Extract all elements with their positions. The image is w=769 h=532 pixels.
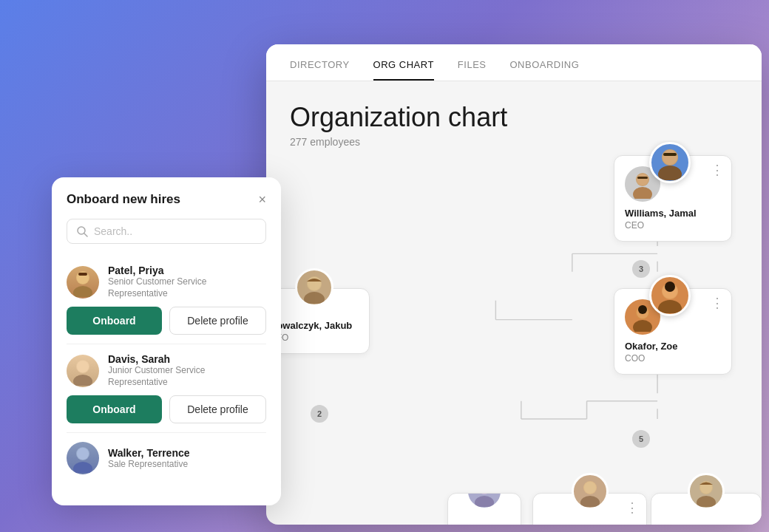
svg-point-43 [73,286,92,297]
ceo-name: Williams, Jamal [625,208,719,219]
delete-button-patel[interactable]: Delete profile [169,307,266,335]
delete-button-davis[interactable]: Delete profile [169,395,266,423]
tab-onboarding[interactable]: ONBOARDING [509,50,579,81]
org-card-oconnor: ⋮ O'Connor, Siobhan [532,493,647,525]
avatar-davis [67,355,99,387]
badge-2: 2 [311,405,328,423]
modal-header: Onboard new hires × [67,192,266,207]
oconnor-name: O'Connor, Siobhan [543,523,634,525]
svg-point-39 [478,493,490,494]
cfo-avatar [295,268,333,307]
svg-point-13 [633,187,652,199]
main-header: DIRECTORY ORG CHART FILES ONBOARDING [266,44,762,81]
coo-floating-avatar [649,275,691,316]
svg-point-33 [584,482,596,494]
svg-point-21 [633,320,652,332]
person-role-walker: Sale Representative [108,459,190,471]
cfo-title: CFO [270,332,357,343]
person-info-davis: Davis, Sarah Junior Customer Service Rep… [67,353,266,388]
coo-title: COO [625,353,719,364]
person-details-davis: Davis, Sarah Junior Customer Service Rep… [108,353,266,388]
org-card-alexand: Alexand... [447,493,521,525]
svg-point-18 [663,150,677,165]
svg-point-27 [665,282,675,292]
svg-point-50 [73,462,92,473]
svg-point-17 [658,166,682,180]
modal-search-bar[interactable] [67,219,266,244]
avatar-patel [67,266,99,299]
tab-directory[interactable]: DIRECTORY [290,50,350,81]
modal-title: Onboard new hires [67,192,180,207]
person-actions-davis: Onboard Delete profile [67,395,266,423]
person-info-patel: Patel, Priya Senior Customer Service Rep… [67,265,266,299]
person-details-patel: Patel, Priya Senior Customer Service Rep… [108,265,266,299]
svg-point-32 [580,496,600,507]
svg-point-38 [475,496,494,507]
person-role-davis: Junior Customer Service Representative [108,365,266,388]
alexand-name: Alexand... [458,523,509,525]
anderson-name: Anderson, Tyler [662,523,749,525]
svg-point-14 [637,174,648,185]
oconnor-card-menu[interactable]: ⋮ [626,501,639,514]
svg-point-25 [658,300,682,313]
tab-org-chart[interactable]: ORG CHART [373,50,434,81]
person-actions-patel: Onboard Delete profile [67,307,266,335]
org-card-cfo: Kowalczyk, Jakub CFO [266,288,370,354]
ceo-floating-avatar [649,142,691,183]
coo-name: Okafor, Zoe [625,341,719,352]
page-title: Organization chart [290,102,738,133]
org-card-anderson: Anderson, Tyler [651,493,762,525]
svg-point-47 [73,375,92,386]
person-name-davis: Davis, Sarah [108,353,266,365]
ceo-title: CEO [625,220,719,231]
person-row-walker: Walker, Terrence Sale Representative [67,433,266,491]
svg-point-51 [77,448,89,460]
svg-rect-19 [663,153,677,156]
person-name-patel: Patel, Priya [108,265,266,276]
cfo-name: Kowalczyk, Jakub [270,320,357,331]
badge-5: 5 [632,430,650,448]
org-chart-area: ⋮ Williams, Jamal CEO 3 ⋮ Okafor, Zoe CO… [266,140,762,525]
person-row-patel: Patel, Priya Senior Customer Service Rep… [67,256,266,344]
person-role-patel: Senior Customer Service Representative [108,276,266,299]
main-window: DIRECTORY ORG CHART FILES ONBOARDING Org… [266,44,762,525]
person-info-walker: Walker, Terrence Sale Representative [67,442,266,474]
tab-bar: DIRECTORY ORG CHART FILES ONBOARDING [290,44,738,81]
onboard-modal: Onboard new hires × Patel, Priya Senior … [52,177,281,505]
svg-point-48 [77,361,89,372]
search-icon [76,225,88,237]
svg-rect-45 [78,273,87,276]
ceo-card-menu[interactable]: ⋮ [711,163,724,177]
coo-card-menu[interactable]: ⋮ [711,296,724,310]
modal-close-button[interactable]: × [258,193,266,206]
tab-files[interactable]: FILES [458,50,487,81]
person-details-walker: Walker, Terrence Sale Representative [108,447,190,471]
svg-line-41 [84,233,87,236]
badge-3: 3 [632,260,650,278]
onboard-button-patel[interactable]: Onboard [67,307,162,335]
person-row-davis: Davis, Sarah Junior Customer Service Rep… [67,344,266,433]
avatar-walker [67,442,99,474]
onboard-button-davis[interactable]: Onboard [67,395,162,423]
person-name-walker: Walker, Terrence [108,447,190,459]
svg-point-35 [697,496,716,507]
svg-rect-15 [637,177,648,179]
svg-point-29 [304,292,325,304]
svg-point-23 [638,305,647,314]
search-input[interactable] [94,225,257,237]
